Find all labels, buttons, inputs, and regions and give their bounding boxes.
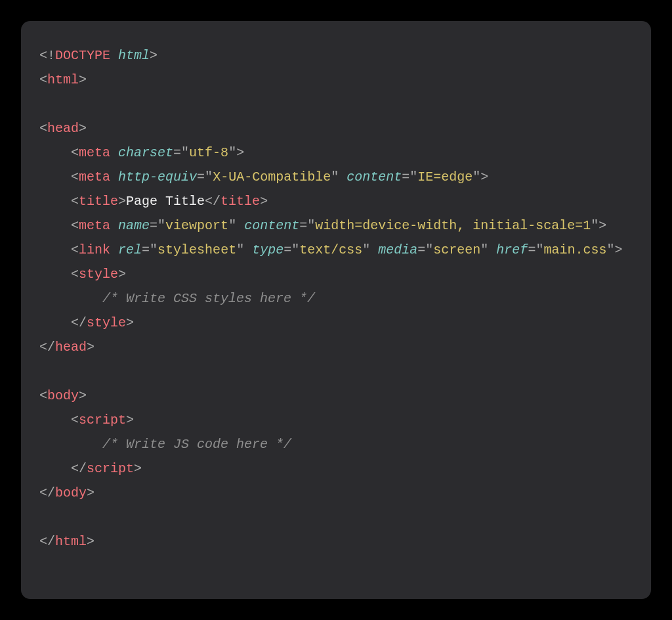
punct-lt: < [71, 267, 79, 282]
str-screen: screen [433, 242, 480, 257]
punct-q: " [181, 145, 189, 160]
punct-gt: > [260, 194, 268, 209]
punct-gt: > [118, 267, 126, 282]
punct-ltbang: <! [39, 48, 55, 63]
tag-title-close: title [220, 194, 260, 209]
attr-rel: rel [118, 242, 142, 257]
punct-lt: < [39, 121, 47, 136]
tag-body-close: body [55, 485, 87, 500]
punct-gt: > [236, 145, 244, 160]
str-utf8: utf-8 [189, 145, 228, 160]
indent [39, 291, 102, 306]
punct-ltslash: </ [71, 461, 87, 476]
punct-lt: < [71, 412, 79, 428]
punct-q: " [228, 218, 236, 233]
punct-lt: < [71, 194, 79, 209]
tag-script-close: script [87, 461, 134, 476]
doctype-keyword: DOCTYPE [55, 48, 110, 63]
indent [39, 145, 71, 160]
punct-lt: < [39, 72, 47, 87]
tag-style-close: style [87, 315, 126, 330]
punct-lt: < [71, 145, 79, 160]
tag-html-open: html [47, 72, 79, 87]
punct-gt: > [614, 242, 622, 257]
punct-gt: > [87, 340, 94, 355]
punct-q: " [228, 145, 236, 160]
punct-gt: > [79, 121, 87, 136]
indent [39, 412, 71, 428]
attr-media: media [378, 242, 417, 257]
punct-ltslash: </ [39, 534, 55, 549]
punct-q: " [307, 218, 315, 233]
punct-gt: > [79, 72, 87, 87]
str-ieedge: IE=edge [417, 169, 472, 185]
punct-q: " [150, 242, 158, 257]
js-comment: /* Write JS code here */ [102, 437, 291, 452]
tag-head-open: head [47, 121, 79, 136]
str-xua: X-UA-Compatible [213, 169, 331, 185]
punct-gt: > [87, 485, 94, 500]
punct-gt: > [598, 218, 606, 233]
indent [39, 242, 71, 257]
css-comment: /* Write CSS styles here */ [102, 291, 315, 306]
punct-eq: = [197, 169, 205, 185]
str-viewport-content: width=device-width, initial-scale=1 [315, 218, 591, 233]
indent [39, 194, 71, 209]
str-maincss: main.css [543, 242, 606, 257]
punct-lt: < [71, 218, 79, 233]
punct-lt: < [71, 242, 79, 257]
tag-body-open: body [47, 388, 79, 403]
attr-name: name [118, 218, 150, 233]
indent [39, 461, 71, 476]
punct-gt: > [150, 48, 158, 63]
punct-q: " [472, 169, 480, 185]
str-textcss: text/css [299, 242, 362, 257]
punct-eq: = [173, 145, 181, 160]
attr-href: href [496, 242, 528, 257]
doctype-html-attr: html [118, 48, 150, 63]
punct-eq: = [150, 218, 158, 233]
punct-gt: > [126, 315, 134, 330]
punct-eq: = [402, 169, 410, 185]
punct-gt: > [134, 461, 142, 476]
indent [39, 218, 71, 233]
code-editor-panel[interactable]: <!DOCTYPE html> <html> <head> <meta char… [21, 21, 651, 599]
punct-q: " [236, 242, 244, 257]
punct-lt: < [39, 388, 47, 403]
tag-style-open: style [79, 267, 118, 282]
punct-q: " [480, 242, 488, 257]
punct-q: " [425, 242, 433, 257]
punct-ltslash: </ [71, 315, 87, 330]
punct-q: " [410, 169, 417, 185]
punct-q: " [606, 242, 614, 257]
indent [39, 169, 71, 185]
tag-meta: meta [79, 145, 110, 160]
punct-eq: = [299, 218, 307, 233]
tag-link: link [79, 242, 110, 257]
punct-gt: > [118, 194, 126, 209]
title-text: Page Title [126, 194, 205, 209]
code-content[interactable]: <!DOCTYPE html> <html> <head> <meta char… [39, 43, 633, 554]
indent [39, 437, 102, 452]
punct-ltslash: </ [39, 485, 55, 500]
punct-ltslash: </ [39, 340, 55, 355]
punct-ltslash: </ [205, 194, 220, 209]
tag-script-open: script [79, 412, 126, 428]
str-viewport: viewport [165, 218, 228, 233]
tag-title-open: title [79, 194, 118, 209]
attr-content: content [346, 169, 402, 185]
indent [39, 267, 71, 282]
tag-head-close: head [55, 340, 87, 355]
attr-http-equiv: http-equiv [118, 169, 197, 185]
tag-meta: meta [79, 218, 110, 233]
punct-q: " [331, 169, 339, 185]
tag-meta: meta [79, 169, 110, 185]
punct-q: " [158, 218, 165, 233]
punct-q: " [362, 242, 370, 257]
punct-q: " [291, 242, 299, 257]
tag-html-close: html [55, 534, 87, 549]
punct-gt: > [79, 388, 87, 403]
punct-eq: = [417, 242, 425, 257]
str-stylesheet: stylesheet [158, 242, 236, 257]
attr-content: content [244, 218, 299, 233]
